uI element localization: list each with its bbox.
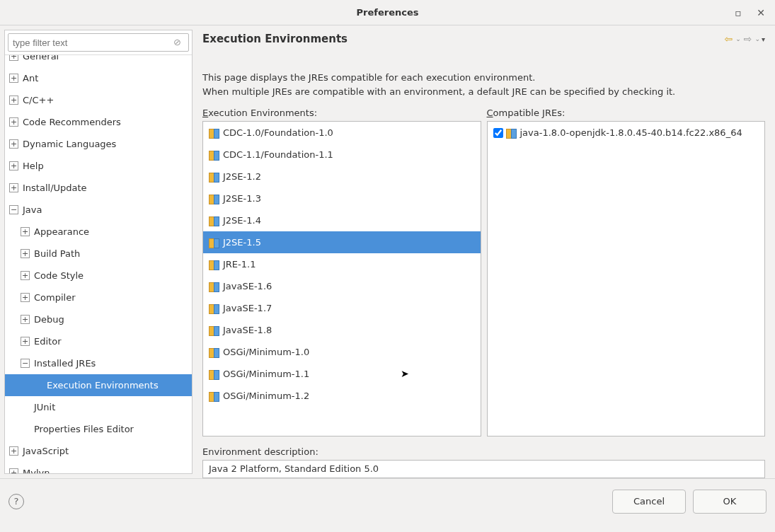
tree-expander-icon[interactable]: + xyxy=(9,468,18,473)
tree-item[interactable]: +Code Style xyxy=(5,265,192,287)
environment-item[interactable]: OSGi/Minimum-1.0 xyxy=(203,341,481,363)
tree-item[interactable]: Execution Environments xyxy=(5,374,192,396)
environment-label: J2SE-1.3 xyxy=(223,193,261,204)
tree-item-label: Ant xyxy=(23,73,38,83)
tree-expander-icon[interactable]: + xyxy=(21,271,30,280)
tree-item[interactable]: +Help xyxy=(5,155,192,177)
environment-item[interactable]: J2SE-1.4 xyxy=(203,209,481,231)
tree-expander-icon[interactable]: + xyxy=(21,315,30,324)
tree-item[interactable]: +Appearance xyxy=(5,221,192,243)
environment-item[interactable]: JRE-1.1 xyxy=(203,253,481,275)
ok-button[interactable]: OK xyxy=(693,490,767,514)
tree-expander-icon[interactable]: + xyxy=(21,249,30,258)
jre-library-icon xyxy=(209,260,219,269)
tree-item[interactable]: +Build Path xyxy=(5,243,192,265)
tree-expander-icon[interactable]: + xyxy=(21,227,30,236)
env-desc-label: Environment description: xyxy=(202,446,765,457)
environment-item[interactable]: OSGi/Minimum-1.2 xyxy=(203,385,481,407)
environments-listbox[interactable]: CDC-1.0/Foundation-1.0CDC-1.1/Foundation… xyxy=(202,121,481,436)
tree-item[interactable]: +Dynamic Languages xyxy=(5,133,192,155)
tree-expander-icon[interactable]: − xyxy=(9,205,18,214)
preferences-tree[interactable]: +General+Ant+C/C+++Code Recommenders+Dyn… xyxy=(5,55,192,473)
tree-item[interactable]: Properties Files Editor xyxy=(5,418,192,440)
tree-item-label: Editor xyxy=(34,336,61,347)
tree-item-label: Appearance xyxy=(34,226,89,237)
environment-item[interactable]: CDC-1.0/Foundation-1.0 xyxy=(203,122,481,144)
jre-library-icon xyxy=(209,370,219,378)
tree-expander-icon[interactable]: + xyxy=(9,446,18,456)
tree-expander-icon[interactable]: + xyxy=(9,139,18,149)
tree-item[interactable]: JUnit xyxy=(5,396,192,418)
environment-item[interactable]: JavaSE-1.7 xyxy=(203,297,481,319)
tree-item-label: Properties Files Editor xyxy=(34,424,134,434)
environment-label: OSGi/Minimum-1.1 xyxy=(223,369,309,379)
environment-item[interactable]: OSGi/Minimum-1.1 xyxy=(203,363,481,385)
tree-expander-icon[interactable]: + xyxy=(9,96,18,105)
tree-item[interactable]: +Mylyn xyxy=(5,462,192,473)
tree-item[interactable]: +C/C++ xyxy=(5,89,192,111)
tree-item[interactable]: −Installed JREs xyxy=(5,352,192,374)
tree-item-label: Mylyn xyxy=(23,468,50,473)
environment-label: OSGi/Minimum-1.2 xyxy=(223,391,309,401)
jre-library-icon xyxy=(209,238,219,247)
tree-item[interactable]: +Code Recommenders xyxy=(5,111,192,133)
tree-expander-icon[interactable]: + xyxy=(9,161,18,170)
environment-label: J2SE-1.4 xyxy=(223,215,261,226)
environment-item[interactable]: CDC-1.1/Foundation-1.1 xyxy=(203,144,481,166)
jre-library-icon xyxy=(209,216,219,225)
tree-expander-icon[interactable]: + xyxy=(9,183,18,192)
nav-back-menu-icon[interactable]: ⌄ xyxy=(735,35,741,42)
clear-filter-icon[interactable]: ⊘ xyxy=(173,37,181,47)
jre-checkbox[interactable] xyxy=(493,128,503,138)
jre-item[interactable]: java-1.8.0-openjdk-1.8.0.45-40.b14.fc22.… xyxy=(488,122,765,144)
tree-item[interactable]: +Ant xyxy=(5,67,192,89)
environment-label: J2SE-1.5 xyxy=(223,237,261,248)
environment-item[interactable]: J2SE-1.5 xyxy=(203,231,481,253)
tree-item[interactable]: −Java xyxy=(5,199,192,221)
tree-item[interactable]: +General xyxy=(5,55,192,67)
desc-line-2: When multiple JREs are compatible with a… xyxy=(202,85,765,99)
tree-expander-icon[interactable]: + xyxy=(9,55,18,61)
jre-library-icon xyxy=(209,195,219,203)
filter-input[interactable] xyxy=(8,33,189,52)
tree-expander-icon[interactable]: + xyxy=(9,74,18,83)
tree-item-label: Build Path xyxy=(34,248,80,259)
tree-item[interactable]: +Debug xyxy=(5,308,192,330)
environment-item[interactable]: JavaSE-1.8 xyxy=(203,319,481,341)
view-menu-icon[interactable]: ▾ xyxy=(762,35,765,43)
cancel-button[interactable]: Cancel xyxy=(612,490,686,514)
tree-item-label: Execution Environments xyxy=(47,380,159,391)
environments-label: Execution Environments: xyxy=(202,108,481,118)
jre-library-icon xyxy=(209,129,219,137)
environment-item[interactable]: J2SE-1.3 xyxy=(203,187,481,209)
maximize-icon[interactable]: ▫ xyxy=(730,4,747,21)
tree-item-label: Installed JREs xyxy=(34,358,96,369)
tree-expander-icon[interactable]: + xyxy=(21,337,30,346)
jres-listbox[interactable]: java-1.8.0-openjdk-1.8.0.45-40.b14.fc22.… xyxy=(487,121,766,436)
nav-forward-menu-icon[interactable]: ⌄ xyxy=(754,35,760,42)
page-nav: ⇦ ⌄ ⇨ ⌄ ▾ xyxy=(723,33,765,45)
tree-item[interactable]: +JavaScript xyxy=(5,440,192,462)
titlebar: Preferences ▫ ✕ xyxy=(0,0,775,25)
environment-label: JavaSE-1.8 xyxy=(223,325,272,335)
tree-item-label: Help xyxy=(23,161,44,171)
nav-forward-icon[interactable]: ⇨ xyxy=(742,33,754,45)
close-icon[interactable]: ✕ xyxy=(752,4,769,21)
environment-item[interactable]: JavaSE-1.6 xyxy=(203,275,481,297)
dialog-footer: ? Cancel OK xyxy=(0,478,775,524)
tree-item-label: General xyxy=(23,55,59,62)
help-icon[interactable]: ? xyxy=(8,494,24,509)
environment-label: CDC-1.1/Foundation-1.1 xyxy=(223,149,333,160)
tree-item[interactable]: +Compiler xyxy=(5,287,192,308)
nav-back-icon[interactable]: ⇦ xyxy=(723,33,734,45)
environment-label: JavaSE-1.6 xyxy=(223,281,272,291)
tree-expander-icon[interactable]: + xyxy=(9,117,18,127)
tree-expander-icon[interactable]: − xyxy=(21,359,30,368)
env-desc-value: Java 2 Platform, Standard Edition 5.0 xyxy=(202,460,765,478)
tree-item-label: Debug xyxy=(34,314,64,325)
jre-label: java-1.8.0-openjdk-1.8.0.45-40.b14.fc22.… xyxy=(520,127,742,138)
tree-item[interactable]: +Install/Update xyxy=(5,177,192,199)
tree-expander-icon[interactable]: + xyxy=(21,293,30,302)
tree-item[interactable]: +Editor xyxy=(5,330,192,352)
environment-item[interactable]: J2SE-1.2 xyxy=(203,166,481,187)
